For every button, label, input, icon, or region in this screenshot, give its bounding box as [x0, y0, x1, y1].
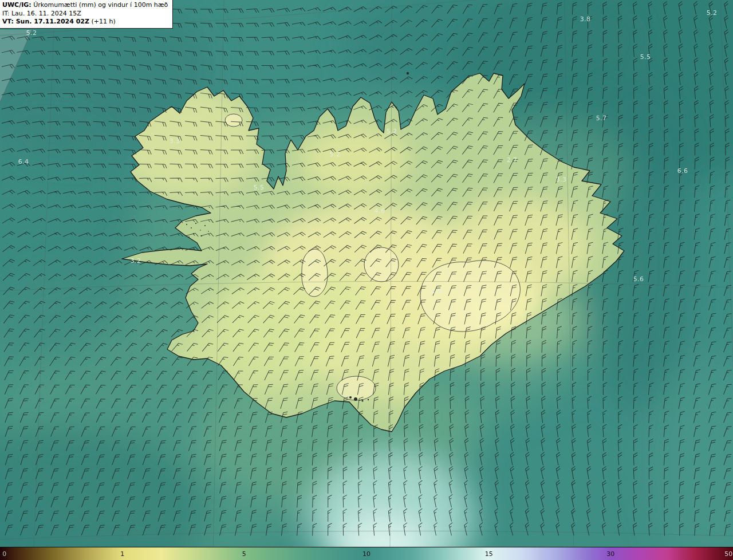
colorbar-tick-label: 1 — [120, 550, 124, 557]
drangajokull-contour — [225, 114, 242, 127]
vestmannaeyjar-islands — [354, 397, 357, 401]
valid-time-line: VT: Sun. 17.11.2024 02Z (+11 h) — [2, 18, 168, 26]
init-time: Lau. 16. 11. 2024 15Z — [11, 10, 81, 17]
valid-label: VT: — [2, 18, 14, 25]
colorbar-tick-label: 15 — [485, 550, 493, 557]
init-time-line: IT: Lau. 16. 11. 2024 15Z — [2, 10, 168, 18]
colorbar: 01510153050 — [0, 547, 733, 560]
model-label: UWC/IG: — [2, 1, 31, 9]
langjokull-contour — [302, 249, 328, 297]
valid-time: Sun. 17.11.2024 02Z — [16, 18, 89, 25]
colorbar-tick-label: 10 — [362, 550, 371, 557]
colorbar-tick-label: 5 — [242, 550, 246, 557]
model-title-line: UWC/IG: Úrkomumætti (mm) og vindur í 100… — [2, 1, 168, 10]
init-label: IT: — [2, 10, 9, 17]
colorbar-tick-label: 0 — [2, 550, 6, 557]
title-box: UWC/IG: Úrkomumætti (mm) og vindur í 100… — [0, 0, 173, 29]
lead-time: (+11 h) — [91, 18, 115, 25]
myrdalsjokull-contour — [337, 376, 376, 400]
map-title: Úrkomumætti (mm) og vindur í 100m hæð — [33, 1, 168, 9]
colorbar-tick-label: 50 — [724, 550, 732, 557]
map-canvas — [0, 0, 733, 560]
weather-map: 5.23.85.25.55.75.23.35.22.76.46.63.35.54… — [0, 0, 733, 560]
grimsey-island — [407, 72, 409, 74]
colorbar-tick-label: 30 — [606, 550, 614, 557]
hofsjokull-contour — [364, 247, 399, 282]
